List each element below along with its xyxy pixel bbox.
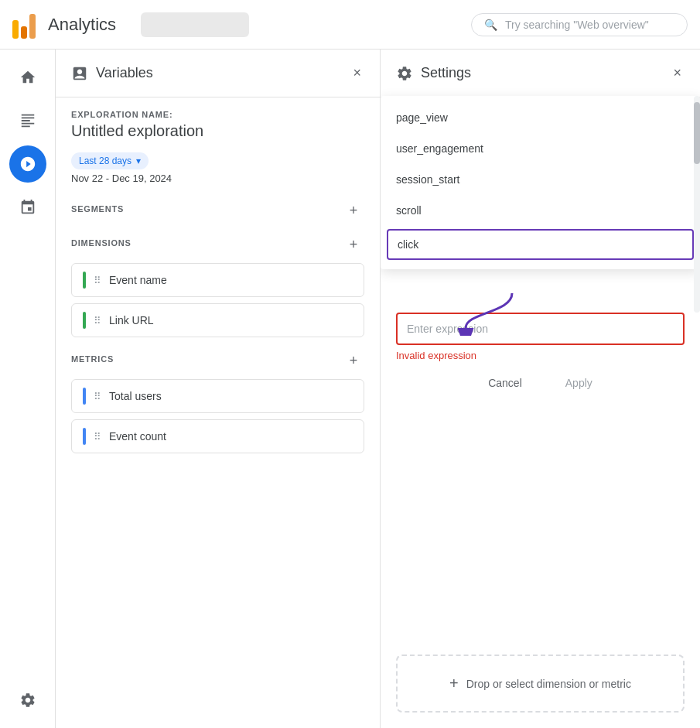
variables-close-button[interactable]: × <box>350 62 364 84</box>
expression-input-wrapper <box>396 313 685 345</box>
drop-zone[interactable]: + Drop or select dimension or metric <box>396 655 685 713</box>
expression-input[interactable] <box>407 323 674 335</box>
metric-label-total-users: Total users <box>109 390 162 402</box>
settings-panel-title: Settings <box>421 65 471 81</box>
metric-bar-event-count <box>83 428 86 445</box>
settings-header-left: Settings <box>396 65 471 82</box>
dimensions-list: ⠿ Event name ⠿ Link URL <box>71 263 364 337</box>
cancel-button[interactable]: Cancel <box>476 371 534 395</box>
invalid-expression-message: Invalid expression <box>396 350 685 361</box>
segments-label: SEGMENTS <box>71 204 124 214</box>
date-badge[interactable]: Last 28 days ▾ <box>71 152 149 169</box>
metrics-label: METRICS <box>71 354 114 364</box>
metrics-list: ⠿ Total users ⠿ Event count <box>71 379 364 453</box>
dropdown-item-label-scroll: scroll <box>396 204 422 217</box>
topbar-blurred-content <box>141 12 249 37</box>
variables-panel-header-left: Variables <box>71 65 153 82</box>
nav-item-reports[interactable] <box>9 102 46 139</box>
logo-icon <box>12 11 36 39</box>
left-nav <box>0 50 56 728</box>
dropdown-item-user-engagement[interactable]: user_engagement <box>381 133 700 164</box>
variables-panel-content: EXPLORATION NAME: Untitled exploration L… <box>56 97 380 472</box>
dots-icon: ⠿ <box>94 275 101 286</box>
dimension-item-link-url[interactable]: ⠿ Link URL <box>71 303 364 337</box>
drop-zone-plus-icon: + <box>449 675 459 692</box>
variables-panel-header: Variables × <box>56 50 380 97</box>
expression-section: Invalid expression Cancel Apply <box>381 313 700 395</box>
dimension-label-link-url: Link URL <box>109 314 154 326</box>
dimension-bar-event-name <box>83 272 86 289</box>
logo-bar-1 <box>12 20 19 39</box>
dropdown-item-label-page-view: page_view <box>396 111 448 124</box>
logo-bar-2 <box>21 26 27 39</box>
dots-icon-3: ⠿ <box>94 391 101 402</box>
variables-panel: Variables × EXPLORATION NAME: Untitled e… <box>56 50 381 728</box>
date-section: Last 28 days ▾ Nov 22 - Dec 19, 2024 <box>71 152 364 184</box>
scrollbar-thumb <box>694 102 700 164</box>
drop-zone-label: Drop or select dimension or metric <box>466 678 631 690</box>
main-layout: Variables × EXPLORATION NAME: Untitled e… <box>0 50 700 728</box>
arrow-indicator <box>458 289 520 339</box>
dropdown-item-click[interactable]: click <box>387 229 694 260</box>
metric-item-event-count[interactable]: ⠿ Event count <box>71 419 364 453</box>
dots-icon-4: ⠿ <box>94 431 101 443</box>
dropdown-item-page-view[interactable]: page_view <box>381 102 700 133</box>
nav-item-signals[interactable] <box>9 189 46 226</box>
segments-add-button[interactable]: + <box>343 200 364 221</box>
variables-panel-title: Variables <box>96 65 153 81</box>
dimensions-label: DIMENSIONS <box>71 238 131 248</box>
dropdown-item-scroll[interactable]: scroll <box>381 195 700 226</box>
nav-item-home[interactable] <box>9 59 46 96</box>
event-dropdown: page_view user_engagement session_start … <box>381 96 700 269</box>
variables-icon <box>71 65 88 82</box>
chevron-down-icon: ▾ <box>136 156 141 166</box>
dimension-bar-link-url <box>83 312 86 329</box>
settings-close-button[interactable]: × <box>670 62 685 84</box>
logo-bar-3 <box>29 14 36 39</box>
settings-panel-header: Settings × <box>381 50 700 97</box>
scrollbar-track[interactable] <box>694 96 700 313</box>
metric-item-total-users[interactable]: ⠿ Total users <box>71 379 364 413</box>
dimension-label-event-name: Event name <box>109 274 167 286</box>
search-bar[interactable]: 🔍 Try searching "Web overview" <box>471 13 688 36</box>
segments-section-header: SEGMENTS + <box>71 200 364 221</box>
nav-item-explore[interactable] <box>9 145 46 183</box>
date-range-text: Nov 22 - Dec 19, 2024 <box>71 173 364 184</box>
dimension-item-event-name[interactable]: ⠿ Event name <box>71 263 364 297</box>
exploration-name-value: Untitled exploration <box>71 122 364 140</box>
exploration-name-label: EXPLORATION NAME: <box>71 110 364 119</box>
nav-item-settings[interactable] <box>9 682 46 719</box>
dots-icon-2: ⠿ <box>94 315 101 326</box>
dimensions-section-header: DIMENSIONS + <box>71 234 364 255</box>
dropdown-item-label-session-start: session_start <box>396 173 459 186</box>
date-badge-text: Last 28 days <box>79 156 131 166</box>
dropdown-item-label-click: click <box>398 238 418 251</box>
apply-button[interactable]: Apply <box>553 371 605 395</box>
metric-label-event-count: Event count <box>109 430 166 443</box>
expression-actions: Cancel Apply <box>396 371 685 395</box>
metric-bar-total-users <box>83 388 86 405</box>
dropdown-item-session-start[interactable]: session_start <box>381 164 700 195</box>
metrics-section-header: METRICS + <box>71 350 364 371</box>
search-icon: 🔍 <box>484 19 497 31</box>
topbar: Analytics 🔍 Try searching "Web overview" <box>0 0 700 50</box>
search-placeholder-text: Try searching "Web overview" <box>505 19 649 31</box>
settings-panel: Settings × C FI page_view user_engagemen… <box>381 50 700 728</box>
dimensions-add-button[interactable]: + <box>343 234 364 255</box>
dropdown-item-label-user-engagement: user_engagement <box>396 142 483 155</box>
app-title: Analytics <box>48 15 116 35</box>
metrics-add-button[interactable]: + <box>343 350 364 371</box>
settings-gear-icon <box>396 65 413 82</box>
